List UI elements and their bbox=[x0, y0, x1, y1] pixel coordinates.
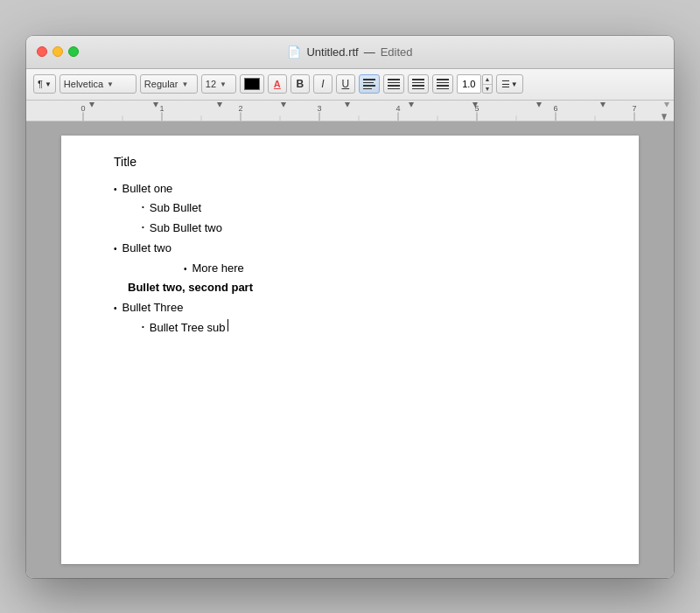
ruler: 0 1 2 3 4 5 6 7 bbox=[26, 101, 674, 122]
svg-text:3: 3 bbox=[317, 104, 321, 113]
align-right-icon bbox=[412, 79, 424, 89]
align-right-button[interactable] bbox=[408, 74, 429, 94]
minimize-button[interactable] bbox=[52, 46, 63, 57]
document-icon: 📄 bbox=[287, 45, 301, 59]
font-selector[interactable]: Helvetica ▼ bbox=[60, 74, 136, 94]
align-left-icon bbox=[363, 79, 375, 89]
highlight-button[interactable]: A bbox=[268, 74, 287, 94]
title-separator: — bbox=[364, 45, 375, 59]
list-format-icon: ☰ bbox=[501, 79, 510, 90]
bullet-text: Sub Bullet two bbox=[150, 219, 222, 238]
document-page[interactable]: Title • Bullet one • Sub Bullet • Sub Bu… bbox=[61, 136, 639, 564]
list-item: • Bullet one bbox=[114, 180, 604, 199]
line-spacing-control[interactable]: ▲ ▼ bbox=[457, 74, 493, 94]
align-left-button[interactable] bbox=[359, 74, 380, 94]
font-name: Helvetica bbox=[64, 79, 103, 89]
spacing-up-arrow[interactable]: ▲ bbox=[483, 75, 492, 85]
maximize-button[interactable] bbox=[68, 46, 79, 57]
italic-label: I bbox=[321, 78, 324, 90]
underline-button[interactable]: U bbox=[336, 74, 355, 94]
ruler-svg: 0 1 2 3 4 5 6 7 bbox=[26, 101, 674, 121]
svg-text:5: 5 bbox=[474, 104, 479, 113]
spacing-stepper[interactable]: ▲ ▼ bbox=[482, 74, 493, 94]
svg-text:1: 1 bbox=[159, 104, 164, 113]
app-window: 📄 Untitled.rtf — Edited ¶ ▼ Helvetica ▼ … bbox=[26, 36, 674, 578]
align-justify-button[interactable] bbox=[432, 74, 453, 94]
list-item: • Bullet Tree sub bbox=[142, 319, 604, 338]
style-selector[interactable]: Regular ▼ bbox=[140, 74, 198, 94]
title-bar: 📄 Untitled.rtf — Edited bbox=[26, 36, 674, 69]
spacing-down-arrow[interactable]: ▼ bbox=[483, 85, 492, 94]
bullet-text: Bullet two bbox=[122, 240, 172, 258]
spacing-input[interactable] bbox=[457, 74, 481, 94]
document-area[interactable]: Title • Bullet one • Sub Bullet • Sub Bu… bbox=[26, 122, 674, 578]
list-item: • Bullet two bbox=[114, 240, 604, 258]
align-center-icon bbox=[388, 79, 400, 89]
underline-label: U bbox=[342, 78, 350, 90]
align-center-button[interactable] bbox=[383, 74, 404, 94]
bold-label: B bbox=[297, 78, 304, 90]
traffic-lights bbox=[37, 46, 79, 57]
bullet-dot: • bbox=[184, 262, 187, 276]
style-dropdown-arrow: ▼ bbox=[181, 80, 188, 88]
align-justify-icon bbox=[437, 79, 449, 89]
toolbar: ¶ ▼ Helvetica ▼ Regular ▼ 12 ▼ A B I U bbox=[26, 69, 674, 101]
paragraph-dropdown-arrow: ▼ bbox=[45, 80, 52, 88]
svg-text:4: 4 bbox=[396, 104, 400, 113]
bullet-text: Sub Bullet bbox=[150, 199, 201, 218]
bullet-dot: • bbox=[142, 322, 144, 333]
svg-text:0: 0 bbox=[80, 104, 85, 113]
svg-text:6: 6 bbox=[553, 104, 557, 113]
color-swatch bbox=[244, 78, 260, 90]
bullet-text: Bullet one bbox=[122, 180, 173, 199]
list-dropdown-arrow: ▼ bbox=[511, 80, 518, 88]
bullet-text: Bullet Tree sub bbox=[150, 319, 226, 338]
window-title-area: 📄 Untitled.rtf — Edited bbox=[287, 45, 412, 59]
document-title: Title bbox=[114, 153, 604, 171]
bold-text: Bullet two, second part bbox=[128, 279, 253, 297]
style-name: Regular bbox=[144, 79, 178, 89]
list-item: • Sub Bullet bbox=[142, 199, 604, 218]
font-dropdown-arrow: ▼ bbox=[107, 80, 114, 88]
paragraph-button[interactable]: ¶ ▼ bbox=[33, 74, 56, 94]
list-item: • More here bbox=[184, 260, 604, 278]
bullet-dot: • bbox=[142, 202, 144, 213]
size-dropdown-arrow: ▼ bbox=[220, 80, 227, 88]
text-cursor bbox=[228, 319, 228, 331]
bullet-dot: • bbox=[142, 222, 144, 233]
close-button[interactable] bbox=[37, 46, 47, 57]
bullet-text: Bullet Three bbox=[122, 299, 184, 317]
window-filename: Untitled.rtf bbox=[306, 45, 358, 59]
edited-label: Edited bbox=[381, 45, 413, 59]
list-item: • Sub Bullet two bbox=[142, 219, 604, 238]
list-item: • Bullet Three bbox=[114, 299, 604, 317]
svg-text:2: 2 bbox=[238, 104, 242, 113]
bullet-dot: • bbox=[114, 183, 117, 197]
svg-rect-0 bbox=[26, 101, 674, 121]
list-format-button[interactable]: ☰ ▼ bbox=[496, 74, 523, 94]
size-selector[interactable]: 12 ▼ bbox=[201, 74, 236, 94]
italic-button[interactable]: I bbox=[313, 74, 332, 94]
bullet-dot: • bbox=[114, 302, 117, 316]
bullet-dot: • bbox=[114, 242, 117, 256]
bold-button[interactable]: B bbox=[290, 74, 310, 94]
highlight-icon: A bbox=[274, 79, 281, 89]
paragraph-mark: ¶ bbox=[38, 79, 43, 89]
bullet-text: More here bbox=[192, 260, 244, 278]
svg-text:7: 7 bbox=[632, 104, 636, 113]
color-button[interactable] bbox=[240, 74, 264, 94]
bold-paragraph: Bullet two, second part bbox=[128, 279, 604, 297]
size-value: 12 bbox=[206, 79, 216, 89]
